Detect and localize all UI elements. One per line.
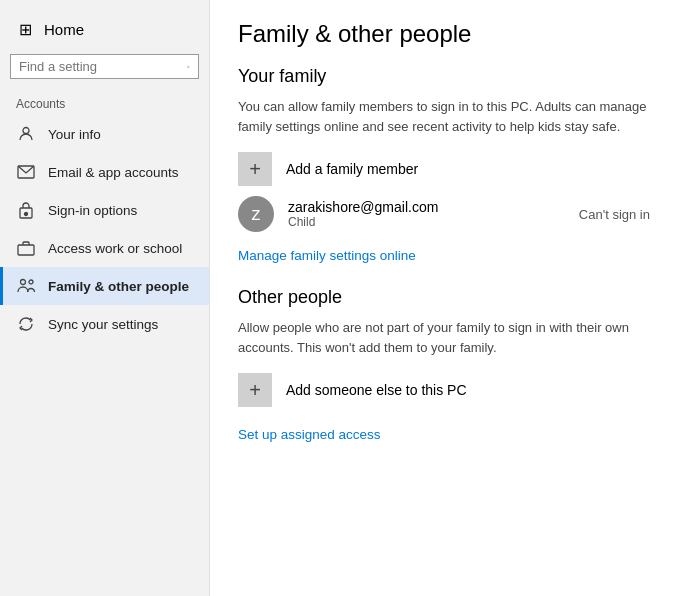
sync-icon (16, 314, 36, 334)
your-info-icon (16, 124, 36, 144)
member-type: Child (288, 215, 565, 229)
svg-point-8 (29, 280, 33, 284)
manage-family-link[interactable]: Manage family settings online (238, 248, 416, 263)
home-label: Home (44, 21, 84, 38)
your-family-desc: You can allow family members to sign in … (238, 97, 650, 136)
assigned-access-link[interactable]: Set up assigned access (238, 427, 381, 442)
svg-point-0 (187, 65, 189, 67)
svg-point-5 (25, 213, 28, 216)
plus-icon: + (249, 158, 261, 181)
sidebar-home-button[interactable]: ⊞ Home (0, 10, 209, 50)
add-family-row: + Add a family member (238, 152, 650, 186)
svg-line-1 (189, 67, 190, 68)
email-app-label: Email & app accounts (48, 165, 179, 180)
your-family-title: Your family (238, 66, 650, 87)
sign-in-icon (16, 200, 36, 220)
avatar-letter: z (252, 204, 261, 225)
access-work-label: Access work or school (48, 241, 182, 256)
sidebar-item-your-info[interactable]: Your info (0, 115, 209, 153)
email-icon (16, 162, 36, 182)
svg-rect-6 (18, 245, 34, 255)
sign-in-label: Sign-in options (48, 203, 137, 218)
add-other-row: + Add someone else to this PC (238, 373, 650, 407)
sidebar-item-sync[interactable]: Sync your settings (0, 305, 209, 343)
add-someone-button[interactable]: + (238, 373, 272, 407)
member-email: zarakishore@gmail.com (288, 199, 565, 215)
sidebar-item-email-app[interactable]: Email & app accounts (0, 153, 209, 191)
your-info-label: Your info (48, 127, 101, 142)
avatar: z (238, 196, 274, 232)
plus-icon-other: + (249, 379, 261, 402)
search-box (10, 54, 199, 79)
sync-label: Sync your settings (48, 317, 158, 332)
search-icon (187, 60, 190, 74)
accounts-section-label: Accounts (0, 89, 209, 115)
main-content: Family & other people Your family You ca… (210, 0, 678, 596)
family-icon (16, 276, 36, 296)
sidebar: ⊞ Home Accounts Your info Email & app ac… (0, 0, 210, 596)
family-label: Family & other people (48, 279, 189, 294)
sidebar-item-access-work[interactable]: Access work or school (0, 229, 209, 267)
member-info: zarakishore@gmail.com Child (288, 199, 565, 229)
family-member-row: z zarakishore@gmail.com Child Can't sign… (238, 196, 650, 232)
sidebar-item-family[interactable]: Family & other people (0, 267, 209, 305)
add-family-label: Add a family member (286, 161, 418, 177)
search-input[interactable] (19, 59, 187, 74)
add-family-button[interactable]: + (238, 152, 272, 186)
access-work-icon (16, 238, 36, 258)
other-people-section: Other people Allow people who are not pa… (238, 287, 650, 442)
add-someone-label: Add someone else to this PC (286, 382, 467, 398)
other-people-title: Other people (238, 287, 650, 308)
svg-point-7 (21, 280, 26, 285)
svg-point-2 (23, 128, 29, 134)
other-people-desc: Allow people who are not part of your fa… (238, 318, 650, 357)
sidebar-item-sign-in[interactable]: Sign-in options (0, 191, 209, 229)
cant-sign-in-status: Can't sign in (579, 207, 650, 222)
home-icon: ⊞ (16, 20, 34, 38)
page-title: Family & other people (238, 20, 650, 48)
